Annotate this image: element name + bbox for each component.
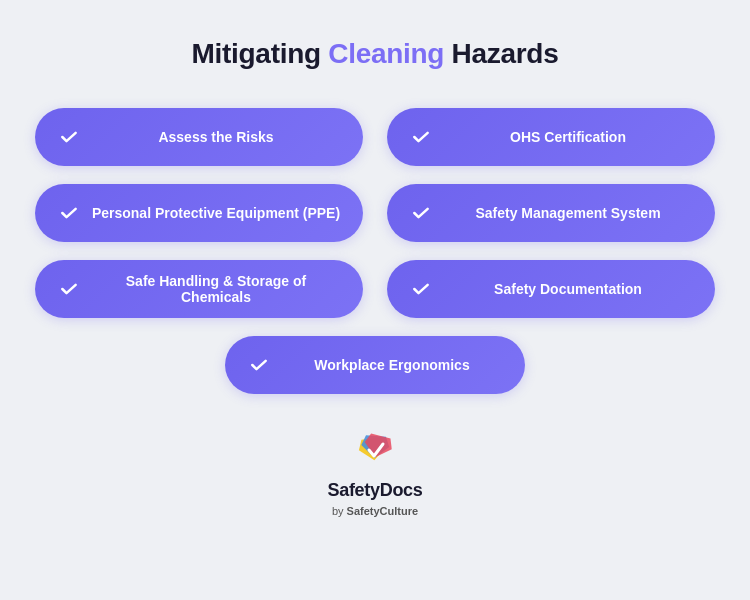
bottom-row: Workplace Ergonomics	[35, 318, 715, 394]
logo-icon	[351, 426, 399, 474]
pill-label: Safety Management System	[443, 205, 693, 221]
logo-section: SafetyDocs by SafetyCulture	[327, 426, 422, 517]
pill-label: Assess the Risks	[91, 129, 341, 145]
check-icon	[247, 353, 271, 377]
logo-name: SafetyDocs	[327, 480, 422, 501]
logo-subtitle: by SafetyCulture	[332, 505, 418, 517]
check-icon	[57, 125, 81, 149]
pill-label: Safety Documentation	[443, 281, 693, 297]
pill-safe-handling[interactable]: Safe Handling & Storage of Chemicals	[35, 260, 363, 318]
check-icon	[409, 201, 433, 225]
check-icon	[409, 125, 433, 149]
pill-safety-management[interactable]: Safety Management System	[387, 184, 715, 242]
pill-label: Safe Handling & Storage of Chemicals	[91, 273, 341, 305]
pill-ppe[interactable]: Personal Protective Equipment (PPE)	[35, 184, 363, 242]
pill-workplace-ergonomics[interactable]: Workplace Ergonomics	[225, 336, 525, 394]
pill-label: Workplace Ergonomics	[281, 357, 503, 373]
title-highlight: Cleaning	[328, 38, 444, 69]
pill-assess-risks[interactable]: Assess the Risks	[35, 108, 363, 166]
pill-ohs-certification[interactable]: OHS Certification	[387, 108, 715, 166]
page-title: Mitigating Cleaning Hazards	[192, 38, 559, 70]
pill-label: Personal Protective Equipment (PPE)	[91, 205, 341, 221]
pill-label: OHS Certification	[443, 129, 693, 145]
title-part1: Mitigating	[192, 38, 329, 69]
check-icon	[409, 277, 433, 301]
check-icon	[57, 201, 81, 225]
title-part2: Hazards	[444, 38, 558, 69]
pills-grid: Assess the Risks OHS Certification Perso…	[35, 108, 715, 318]
pill-safety-documentation[interactable]: Safety Documentation	[387, 260, 715, 318]
check-icon	[57, 277, 81, 301]
